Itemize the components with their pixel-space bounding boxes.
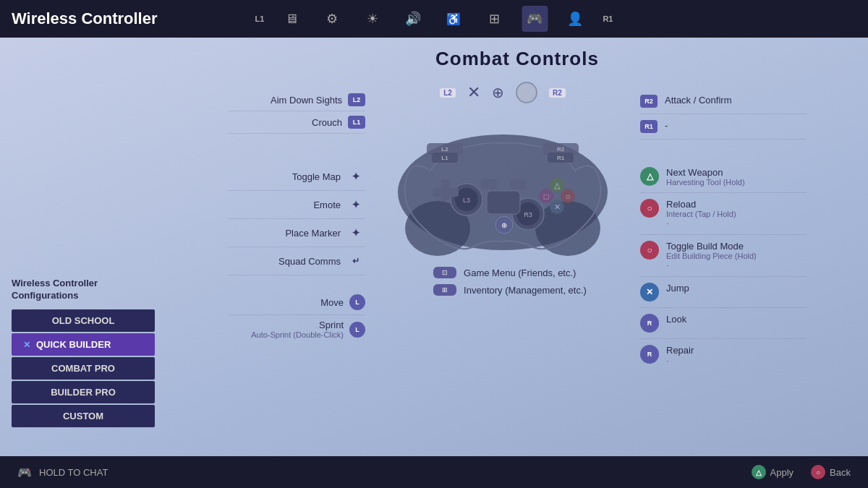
control-move: Move L bbox=[228, 290, 365, 315]
svg-rect-17 bbox=[481, 179, 497, 189]
x-btn: ✕ bbox=[640, 283, 659, 301]
nav-network[interactable]: ⊞ bbox=[481, 6, 507, 32]
jump-label: Jump bbox=[666, 283, 689, 294]
move-label: Move bbox=[320, 297, 344, 308]
control-squad-comms: Squad Comms ↵ bbox=[228, 247, 365, 275]
svg-text:R2: R2 bbox=[557, 146, 565, 153]
control-crouch: Crouch L1 bbox=[228, 111, 365, 134]
apply-label: Apply bbox=[770, 467, 794, 478]
game-menu-btn: ⊡ Game Menu (Friends, etc.) bbox=[433, 267, 576, 278]
build-dash: - bbox=[666, 260, 757, 270]
nav-settings[interactable]: ⚙ bbox=[319, 6, 345, 32]
nav-user[interactable]: 👤 bbox=[562, 6, 588, 32]
dpad-right-badge: ✦ bbox=[346, 195, 365, 214]
control-r1: R1 - bbox=[640, 114, 807, 140]
place-marker-label: Place Marker bbox=[285, 228, 341, 239]
options-btn-icon: ⊞ bbox=[433, 284, 456, 296]
circle-btn2: ○ bbox=[640, 241, 659, 260]
bottom-bar: 🎮 HOLD TO CHAT △ Apply ○ Back bbox=[0, 456, 868, 488]
dpad-up-badge: ✦ bbox=[346, 167, 365, 186]
dpad-down-badge: ✦ bbox=[346, 223, 365, 242]
svg-rect-18 bbox=[510, 179, 526, 189]
config-quick-builder[interactable]: QUICK BUILDER bbox=[12, 333, 155, 356]
triangle-btn: △ bbox=[640, 167, 659, 186]
bottom-right-actions: △ Apply ○ Back bbox=[752, 465, 851, 479]
apply-action[interactable]: △ Apply bbox=[752, 465, 794, 479]
controller-top-buttons: L2 ✕ ⊕ R2 bbox=[440, 82, 565, 103]
config-custom[interactable]: CUSTOM bbox=[12, 405, 155, 427]
control-sprint: Sprint Auto-Sprint (Double-Click) L bbox=[228, 315, 365, 343]
sprint-label: Sprint bbox=[251, 320, 344, 330]
control-repair: R Repair - bbox=[640, 339, 807, 372]
nav-accessibility[interactable]: ♿ bbox=[441, 6, 467, 32]
config-label: Wireless ControllerConfigurations bbox=[12, 278, 155, 302]
hold-to-chat-label: HOLD TO CHAT bbox=[39, 467, 108, 478]
reload-dash: - bbox=[666, 218, 736, 228]
aim-down-sights-label: Aim Down Sights bbox=[271, 95, 342, 106]
crouch-label: Crouch bbox=[312, 117, 342, 128]
nav-brightness[interactable]: ☀ bbox=[359, 6, 386, 32]
control-next-weapon: △ Next Weapon Harvesting Tool (Hold) bbox=[640, 161, 807, 193]
inventory-label: Inventory (Management, etc.) bbox=[464, 285, 587, 296]
svg-text:✕: ✕ bbox=[554, 202, 561, 211]
touchpad-icon bbox=[516, 82, 537, 103]
back-action[interactable]: ○ Back bbox=[811, 465, 851, 479]
repair-dash: - bbox=[666, 356, 694, 366]
control-emote: Emote ✦ bbox=[228, 191, 365, 219]
attack-confirm-label: Attack / Confirm bbox=[665, 95, 731, 106]
look-label: Look bbox=[666, 314, 686, 325]
squad-comms-label: Squad Comms bbox=[278, 256, 341, 267]
svg-text:⊕: ⊕ bbox=[501, 221, 507, 229]
control-toggle-map: Toggle Map ✦ bbox=[228, 163, 365, 191]
share-btn-icon: ⊡ bbox=[433, 267, 456, 278]
inventory-btn: ⊞ Inventory (Management, etc.) bbox=[433, 284, 587, 296]
svg-rect-19 bbox=[487, 191, 520, 214]
nav-volume[interactable]: 🔊 bbox=[400, 6, 426, 32]
x-icon: ✕ bbox=[467, 83, 480, 102]
bottom-center-buttons: ⊡ Game Menu (Friends, etc.) ⊞ Inventory … bbox=[419, 267, 587, 296]
r3-look-btn: R bbox=[640, 314, 659, 333]
control-jump: ✕ Jump bbox=[640, 277, 807, 308]
r1-label: - bbox=[665, 120, 668, 131]
l3-badge: L bbox=[349, 294, 365, 310]
control-place-marker: Place Marker ✦ bbox=[228, 219, 365, 247]
r3-repair-btn: R bbox=[640, 345, 659, 364]
app-title: Wireless Controller bbox=[12, 9, 158, 28]
emote-label: Emote bbox=[313, 200, 341, 210]
hold-to-chat: 🎮 HOLD TO CHAT bbox=[17, 466, 108, 479]
control-aim-down-sights: Aim Down Sights L2 bbox=[228, 89, 365, 111]
controls-layout: Aim Down Sights L2 Crouch L1 Toggle Map … bbox=[166, 82, 868, 379]
harvesting-tool-label: Harvesting Tool (Hold) bbox=[666, 178, 745, 187]
top-bar: Wireless Controller L1 🖥 ⚙ ☀ 🔊 ♿ ⊞ 🎮 👤 R… bbox=[0, 0, 868, 38]
controller-center: L2 ✕ ⊕ R2 bbox=[380, 82, 626, 296]
nav-controller[interactable]: 🎮 bbox=[522, 6, 548, 32]
svg-text:L3: L3 bbox=[463, 197, 470, 204]
circle-back-icon: ○ bbox=[811, 465, 825, 479]
back-label: Back bbox=[830, 467, 851, 478]
nav-l1[interactable]: L1 bbox=[255, 14, 265, 23]
game-menu-label: Game Menu (Friends, etc.) bbox=[464, 267, 576, 278]
config-list: OLD SCHOOL QUICK BUILDER COMBAT PRO BUIL… bbox=[12, 309, 155, 427]
edit-building-label: Edit Building Piece (Hold) bbox=[666, 252, 757, 260]
dpad-left-badge: ↵ bbox=[346, 252, 365, 270]
sidebar: Wireless ControllerConfigurations OLD SC… bbox=[0, 38, 166, 456]
svg-text:L2: L2 bbox=[441, 146, 448, 153]
l1-badge: L1 bbox=[348, 116, 365, 129]
l3-sprint-badge: L bbox=[349, 322, 365, 338]
circle-btn: ○ bbox=[640, 199, 659, 218]
r1-btn: R1 bbox=[640, 120, 658, 133]
nav-monitor[interactable]: 🖥 bbox=[278, 6, 305, 32]
repair-label: Repair bbox=[666, 345, 694, 356]
triangle-apply-icon: △ bbox=[752, 465, 766, 479]
config-combat-pro[interactable]: COMBAT PRO bbox=[12, 357, 155, 380]
crosshair-icon: ⊕ bbox=[492, 84, 504, 101]
svg-point-2 bbox=[535, 201, 600, 256]
toggle-map-label: Toggle Map bbox=[292, 171, 341, 182]
svg-text:△: △ bbox=[554, 181, 561, 189]
chat-icon: 🎮 bbox=[17, 466, 32, 479]
nav-r1[interactable]: R1 bbox=[603, 14, 613, 23]
svg-text:L1: L1 bbox=[441, 155, 448, 161]
config-old-school[interactable]: OLD SCHOOL bbox=[12, 309, 155, 332]
svg-text:R3: R3 bbox=[524, 211, 532, 218]
config-builder-pro[interactable]: BUILDER PRO bbox=[12, 381, 155, 403]
